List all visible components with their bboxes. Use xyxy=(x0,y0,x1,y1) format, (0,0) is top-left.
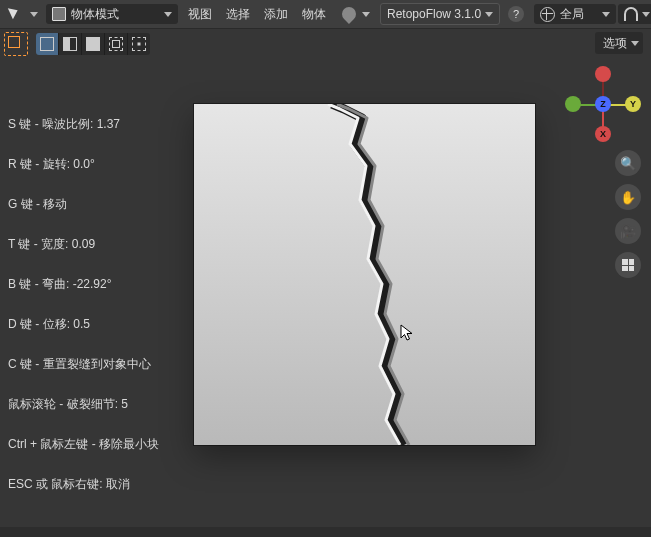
axis-y-label: Y xyxy=(630,99,636,109)
hint-bend: B 键 - 弯曲: -22.92° xyxy=(8,278,188,318)
top-header: 物体模式 视图 选择 添加 物体 RetopoFlow 3.1.0 ? 全局 xyxy=(0,0,651,29)
select-mode-toolbar xyxy=(4,32,150,56)
chevron-down-icon xyxy=(485,12,493,17)
hint-noise: S 键 - 噪波比例: 1.37 xyxy=(8,118,188,158)
cursor-icon xyxy=(10,6,26,22)
zoom-button[interactable]: 🔍 xyxy=(615,150,641,176)
hint-reset: C 键 - 重置裂缝到对象中心 xyxy=(8,358,188,398)
menu-object[interactable]: 物体 xyxy=(296,4,332,24)
menu-add[interactable]: 添加 xyxy=(258,4,294,24)
status-bar xyxy=(0,527,651,537)
axis-x-ball[interactable]: X xyxy=(595,126,611,142)
camera-button[interactable]: 🎥 xyxy=(615,218,641,244)
mode-select-label: 物体模式 xyxy=(71,6,119,23)
select-tool-button[interactable] xyxy=(4,32,28,56)
axis-x-neg-ball[interactable] xyxy=(595,66,611,82)
hint-offset: D 键 - 位移: 0.5 xyxy=(8,318,188,358)
hint-move: G 键 - 移动 xyxy=(8,198,188,238)
help-button[interactable]: ? xyxy=(502,4,530,24)
operator-hints: S 键 - 噪波比例: 1.37 R 键 - 旋转: 0.0° G 键 - 移动… xyxy=(8,118,188,518)
addon-label: RetopoFlow 3.1.0 xyxy=(387,7,481,21)
chevron-down-icon xyxy=(362,12,370,17)
camera-icon: 🎥 xyxy=(620,224,636,239)
select-mode-intersect[interactable] xyxy=(128,33,150,55)
globe-icon xyxy=(540,7,555,22)
object-mode-icon xyxy=(52,7,66,21)
pan-button[interactable]: ✋ xyxy=(615,184,641,210)
select-mode-group xyxy=(36,33,150,55)
perspective-button[interactable] xyxy=(615,252,641,278)
addon-dropdown[interactable]: RetopoFlow 3.1.0 xyxy=(380,3,500,25)
chevron-down-icon xyxy=(642,12,650,17)
chevron-down-icon xyxy=(30,12,38,17)
cursor-dropdown[interactable] xyxy=(4,4,44,24)
orientation-select[interactable]: 全局 xyxy=(534,4,616,24)
pivot-dropdown[interactable] xyxy=(336,4,376,24)
snap-toggle[interactable] xyxy=(618,4,651,24)
nav-gizmo[interactable]: Z X Y xyxy=(563,64,643,144)
viewport-object xyxy=(194,104,535,445)
help-icon: ? xyxy=(508,6,524,22)
mode-select[interactable]: 物体模式 xyxy=(46,4,178,24)
axis-x-label: X xyxy=(600,129,606,139)
menu-select[interactable]: 选择 xyxy=(220,4,256,24)
magnet-icon xyxy=(624,7,638,21)
crack-path xyxy=(194,104,535,445)
hint-width: T 键 - 宽度: 0.09 xyxy=(8,238,188,278)
magnifier-icon: 🔍 xyxy=(620,156,636,171)
mouse-cursor-icon xyxy=(400,324,418,342)
axis-y-neg-ball[interactable] xyxy=(565,96,581,112)
axis-y-ball[interactable]: Y xyxy=(625,96,641,112)
select-mode-extend[interactable] xyxy=(59,33,82,55)
hint-detail: 鼠标滚轮 - 破裂细节: 5 xyxy=(8,398,188,438)
options-label: 选项 xyxy=(603,35,627,52)
select-mode-new[interactable] xyxy=(36,33,59,55)
orientation-label: 全局 xyxy=(560,6,584,23)
viewport-tools: 🔍 ✋ 🎥 xyxy=(615,150,641,278)
grid-icon xyxy=(622,259,634,271)
axis-z-label: Z xyxy=(600,99,606,109)
select-mode-subtract[interactable] xyxy=(82,33,105,55)
chevron-down-icon xyxy=(164,12,172,17)
pivot-icon xyxy=(339,4,359,24)
hint-remove: Ctrl + 鼠标左键 - 移除最小块 xyxy=(8,438,188,478)
menu-view[interactable]: 视图 xyxy=(182,4,218,24)
select-mode-invert[interactable] xyxy=(105,33,128,55)
chevron-down-icon xyxy=(631,41,639,46)
hint-rotate: R 键 - 旋转: 0.0° xyxy=(8,158,188,198)
hint-cancel: ESC 或 鼠标右键: 取消 xyxy=(8,478,188,518)
hand-icon: ✋ xyxy=(620,190,636,205)
axis-z-ball[interactable]: Z xyxy=(595,96,611,112)
chevron-down-icon xyxy=(602,12,610,17)
options-dropdown[interactable]: 选项 xyxy=(595,32,643,54)
